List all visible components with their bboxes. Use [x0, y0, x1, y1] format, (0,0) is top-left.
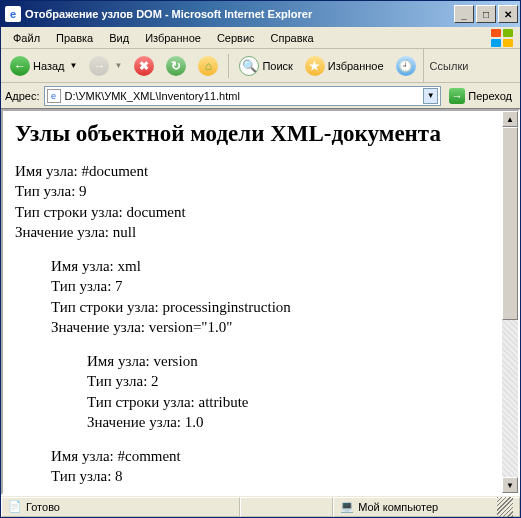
forward-icon: →	[89, 56, 109, 76]
favorites-label: Избранное	[328, 60, 384, 72]
node-name-line: Имя узла: xml	[51, 256, 490, 276]
back-label: Назад	[33, 60, 65, 72]
go-label: Переход	[468, 90, 512, 102]
go-button[interactable]: → Переход	[445, 86, 516, 106]
window-title: Отображение узлов DOM - Microsoft Intern…	[25, 8, 454, 20]
status-pane-mid	[240, 497, 333, 517]
vertical-scrollbar[interactable]: ▲ ▼	[502, 111, 518, 493]
forward-button[interactable]: → ▼	[84, 53, 127, 79]
minimize-button[interactable]: _	[454, 5, 474, 23]
menu-edit[interactable]: Правка	[48, 30, 101, 46]
refresh-icon: ↻	[166, 56, 186, 76]
chevron-down-icon[interactable]: ▼	[114, 61, 122, 70]
favorites-button[interactable]: ★ Избранное	[300, 53, 389, 79]
node-value-line: Значение узла: 1.0	[87, 412, 490, 432]
history-button[interactable]: 🕘	[391, 53, 421, 79]
scroll-track[interactable]	[502, 127, 518, 477]
status-pane-left: 📄 Готово	[1, 497, 240, 517]
toolbar: ← Назад ▼ → ▼ ✖ ↻ ⌂ 🔍 Поиск ★ Избранное …	[1, 49, 520, 83]
node-value-line: Значение узла: version="1.0"	[51, 317, 490, 337]
history-icon: 🕘	[396, 56, 416, 76]
scroll-up-button[interactable]: ▲	[502, 111, 518, 127]
document-icon: e	[47, 89, 61, 103]
home-icon: ⌂	[198, 56, 218, 76]
node-value-line: Значение узла: null	[15, 222, 490, 242]
computer-icon: 💻	[340, 500, 354, 514]
stop-button[interactable]: ✖	[129, 53, 159, 79]
address-bar: Адрес: e ▼ → Переход	[1, 83, 520, 109]
document-icon: 📄	[8, 500, 22, 514]
title-bar: e Отображение узлов DOM - Microsoft Inte…	[1, 1, 520, 27]
status-bar: 📄 Готово 💻 Мой компьютер	[1, 495, 520, 517]
menu-help[interactable]: Справка	[263, 30, 322, 46]
scroll-thumb[interactable]	[502, 127, 518, 320]
search-label: Поиск	[262, 60, 292, 72]
maximize-button[interactable]: □	[476, 5, 496, 23]
page-content: Узлы объектной модели XML-документа Имя …	[3, 111, 502, 493]
zone-text: Мой компьютер	[358, 501, 438, 513]
node-block: Имя узла: #comment Тип узла: 8	[51, 446, 490, 487]
menu-bar: Файл Правка Вид Избранное Сервис Справка	[1, 27, 520, 49]
menu-view[interactable]: Вид	[101, 30, 137, 46]
refresh-button[interactable]: ↻	[161, 53, 191, 79]
links-pane[interactable]: Ссылки	[423, 49, 475, 83]
node-type-line: Тип узла: 2	[87, 371, 490, 391]
separator	[228, 54, 229, 78]
page-heading: Узлы объектной модели XML-документа	[15, 121, 490, 147]
node-block: Имя узла: xml Тип узла: 7 Тип строки узл…	[51, 256, 490, 337]
node-block: Имя узла: #document Тип узла: 9 Тип стро…	[15, 161, 490, 242]
go-icon: →	[449, 88, 465, 104]
status-pane-right: 💻 Мой компьютер	[333, 497, 520, 517]
node-stringtype-line: Тип строки узла: document	[15, 202, 490, 222]
node-stringtype-line: Тип строки узла: attribute	[87, 392, 490, 412]
node-name-line: Имя узла: version	[87, 351, 490, 371]
address-field[interactable]: e ▼	[44, 86, 442, 106]
star-icon: ★	[305, 56, 325, 76]
node-type-line: Тип узла: 8	[51, 466, 490, 486]
chevron-down-icon[interactable]: ▼	[70, 61, 78, 70]
back-icon: ←	[10, 56, 30, 76]
search-icon: 🔍	[239, 56, 259, 76]
windows-logo-icon	[490, 28, 518, 48]
ie-icon: e	[5, 6, 21, 22]
stop-icon: ✖	[134, 56, 154, 76]
menu-favorites[interactable]: Избранное	[137, 30, 209, 46]
address-input[interactable]	[65, 90, 420, 102]
node-type-line: Тип узла: 9	[15, 181, 490, 201]
close-button[interactable]: ✕	[498, 5, 518, 23]
node-name-line: Имя узла: #document	[15, 161, 490, 181]
node-block: Имя узла: version Тип узла: 2 Тип строки…	[87, 351, 490, 432]
status-text: Готово	[26, 501, 60, 513]
address-label: Адрес:	[5, 90, 40, 102]
links-label: Ссылки	[430, 60, 469, 72]
resize-grip[interactable]	[497, 497, 513, 517]
search-button[interactable]: 🔍 Поиск	[234, 53, 297, 79]
node-name-line: Имя узла: #comment	[51, 446, 490, 466]
node-stringtype-line: Тип строки узла: processinginstruction	[51, 297, 490, 317]
menu-file[interactable]: Файл	[5, 30, 48, 46]
menu-tools[interactable]: Сервис	[209, 30, 263, 46]
back-button[interactable]: ← Назад ▼	[5, 53, 82, 79]
home-button[interactable]: ⌂	[193, 53, 223, 79]
node-type-line: Тип узла: 7	[51, 276, 490, 296]
content-area: Узлы объектной модели XML-документа Имя …	[1, 109, 520, 495]
scroll-down-button[interactable]: ▼	[502, 477, 518, 493]
address-dropdown[interactable]: ▼	[423, 88, 438, 104]
